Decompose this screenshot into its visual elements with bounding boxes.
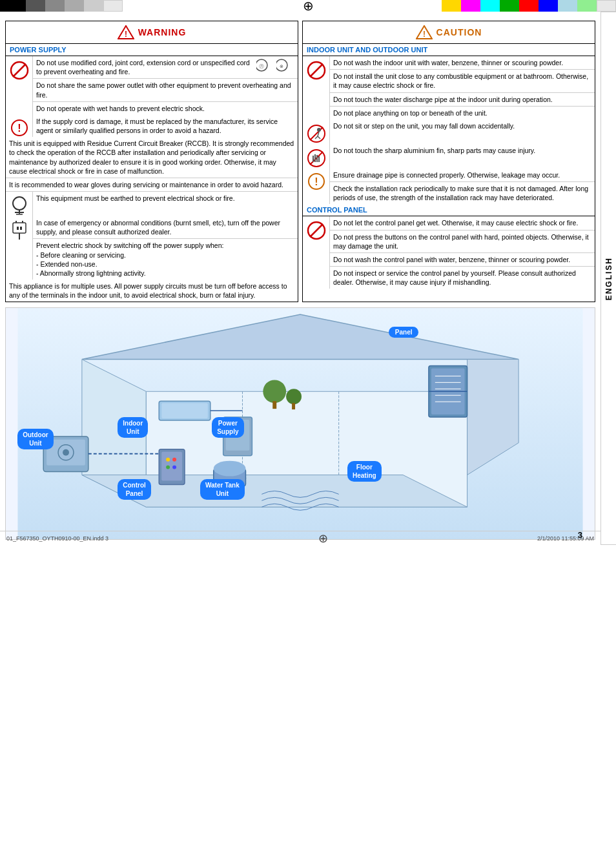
warning-text-6b: Prevent electric shock by switching off … — [33, 239, 298, 280]
indoor-outdoor-header: INDOOR UNIT AND OUTDOOR UNIT — [303, 44, 595, 56]
svg-rect-74 — [272, 402, 276, 409]
warning-text-2: If the supply cord is damage, it must be… — [33, 115, 298, 137]
color-bar: ⊕ — [0, 0, 616, 12]
caution-row-2-texts: Do not sit or step on the unit, you may … — [330, 119, 595, 144]
svg-rect-54 — [161, 404, 208, 419]
warning-row-7: This appliance is for multiple uses. All… — [6, 280, 298, 302]
two-column-layout: ! WARNING POWER SUPPLY — [5, 21, 595, 302]
warning-text-6a: In case of emergency or abnormal conditi… — [33, 216, 298, 239]
caution-row-2: Do not sit or step on the unit, you may … — [303, 119, 595, 144]
warning-text-1a: Do not use modified cord, joint cord, ex… — [33, 56, 298, 79]
page-wrapper: ! WARNING POWER SUPPLY — [0, 12, 616, 545]
svg-rect-32 — [313, 156, 314, 162]
footer-left: 01_F567350_OYTH0910-00_EN.indd 3 — [6, 535, 108, 542]
language-label: ENGLISH — [604, 257, 613, 300]
outdoor-unit-label: OutdoorUnit — [17, 429, 53, 449]
svg-point-73 — [263, 380, 286, 404]
control-text-1c: Do not wash the control panel with water… — [330, 253, 595, 267]
no-wash-icon — [303, 56, 330, 119]
exclamation-icon-1: ! — [6, 115, 33, 137]
panel-label: Panel — [389, 327, 419, 338]
cb-yellow — [442, 0, 461, 12]
cb-blue — [539, 0, 558, 12]
caution-text-4b: Check the installation rack periodically… — [330, 182, 595, 204]
caution-text-1c: Do not touch the water discharge pipe at… — [330, 93, 595, 107]
top-crosshair: ⊕ — [303, 0, 314, 12]
warning-row-3: This unit is equipped with Residue Curre… — [6, 137, 298, 178]
svg-point-61 — [166, 466, 170, 469]
svg-point-10 — [13, 197, 26, 210]
svg-text:!: ! — [17, 123, 21, 134]
warning-row-6-texts: In case of emergency or abnormal conditi… — [33, 216, 298, 280]
caution-row-4: ! Ensure drainage pipe is connected prop… — [303, 169, 595, 205]
caution-control-row-1: Do not let the control panel get wet. Ot… — [303, 216, 595, 289]
power-supply-header: POWER SUPPLY — [6, 44, 298, 56]
installation-diagram: Panel OutdoorUnit IndoorUnit PowerSupply… — [5, 307, 595, 540]
no-touch-fin-icon — [303, 144, 330, 169]
svg-rect-33 — [314, 154, 316, 162]
warning-row-1-texts: Do not use modified cord, joint cord, ex… — [33, 56, 298, 115]
caution-row-3: Do not touch the sharp aluminium fin, sh… — [303, 144, 595, 169]
warning-title: WARNING — [138, 27, 187, 37]
caution-text-4a: Ensure drainage pipe is connected proper… — [330, 169, 595, 182]
indoor-unit-label: IndoorUnit — [118, 417, 148, 438]
warning-row-6: In case of emergency or abnormal conditi… — [6, 216, 298, 280]
cord-icons: ㊊ ⊗ — [256, 58, 294, 72]
caution-row-1-texts: Do not wash the indoor unit with water, … — [330, 56, 595, 119]
power-plug-icon — [6, 216, 33, 280]
warning-text-1c: Do not operate with wet hands to prevent… — [33, 102, 298, 115]
warning-section: ! WARNING POWER SUPPLY — [5, 21, 298, 302]
earth-ground-icon — [6, 192, 33, 216]
caution-control-rows: Do not let the control panel get wet. Ot… — [303, 216, 595, 289]
warning-rows: Do not use modified cord, joint cord, ex… — [6, 56, 298, 302]
main-content: ! WARNING POWER SUPPLY — [0, 12, 601, 545]
svg-point-26 — [317, 128, 321, 132]
svg-line-28 — [315, 136, 318, 139]
caution-section: ! CAUTION INDOOR UNIT AND OUTDOOR UNIT — [302, 21, 595, 302]
warning-triangle-icon: ! — [118, 25, 134, 39]
svg-rect-18 — [20, 227, 22, 230]
cb-lblue — [558, 0, 577, 12]
diagram-svg: Panel OutdoorUnit IndoorUnit PowerSupply… — [6, 308, 595, 539]
warning-row-2-texts: If the supply cord is damage, it must be… — [33, 115, 298, 137]
svg-line-3 — [13, 64, 26, 77]
svg-line-29 — [318, 136, 320, 139]
svg-point-60 — [172, 458, 176, 462]
cb-white2 — [597, 0, 616, 12]
svg-point-75 — [286, 389, 302, 405]
svg-line-23 — [310, 64, 323, 77]
control-panel-header: CONTROL PANEL — [303, 204, 595, 216]
caution-exclamation-icon: ! — [303, 169, 330, 205]
warning-text-5: This equipment must be earthed to preven… — [33, 192, 298, 205]
warning-row-2: ! If the supply cord is damage, it must … — [6, 115, 298, 137]
power-supply-label: PowerSupply — [212, 417, 243, 438]
cb-green — [500, 0, 519, 12]
caution-header: ! CAUTION — [303, 21, 595, 44]
water-tank-unit-label: Water TankUnit — [200, 479, 245, 500]
cb-white — [103, 0, 123, 12]
floor-heating-label: FloorHeating — [347, 461, 382, 482]
no-use-icon — [6, 56, 33, 115]
svg-rect-17 — [17, 227, 19, 230]
svg-line-39 — [310, 224, 323, 237]
caution-text-1b: Do not install the unit close to any com… — [330, 70, 595, 92]
svg-rect-35 — [318, 156, 320, 162]
control-text-1d: Do not inspect or service the control pa… — [330, 267, 595, 289]
footer: 01_F567350_OYTH0910-00_EN.indd 3 ⊕ 2/1/2… — [0, 531, 601, 545]
warning-row-5-texts: This equipment must be earthed to preven… — [33, 192, 298, 216]
svg-rect-76 — [292, 404, 295, 410]
caution-control-row-1-texts: Do not let the control panel get wet. Ot… — [330, 216, 595, 289]
warning-text-1b: Do not share the same power outlet with … — [33, 79, 298, 101]
warning-row-4: It is recommended to wear gloves during … — [6, 178, 298, 192]
cb-magenta — [461, 0, 480, 12]
language-tab: ENGLISH — [601, 12, 616, 545]
caution-title: CAUTION — [436, 27, 482, 37]
svg-rect-14 — [13, 223, 26, 233]
svg-point-52 — [63, 449, 69, 456]
cb-gray1 — [26, 0, 45, 12]
svg-text:⊗: ⊗ — [280, 64, 283, 68]
cb-lgreen — [577, 0, 597, 12]
cb-black — [0, 0, 26, 12]
control-text-1a: Do not let the control panel get wet. Ot… — [330, 216, 595, 230]
svg-point-59 — [166, 458, 170, 462]
